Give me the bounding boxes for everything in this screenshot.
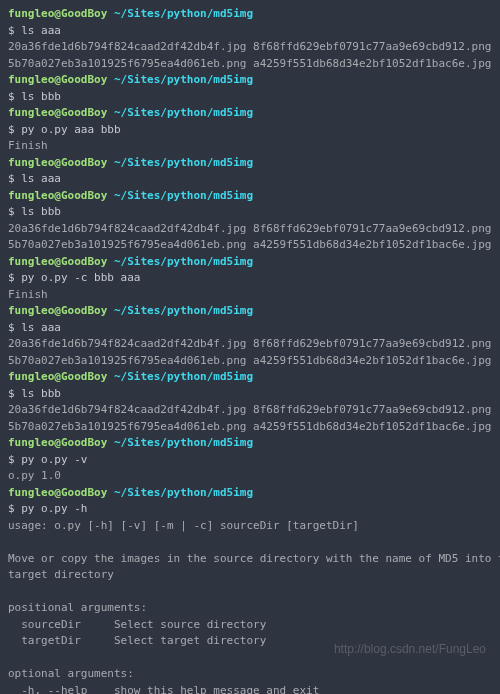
prompt-tilde: ~ bbox=[114, 304, 121, 317]
prompt-symbol: $ bbox=[8, 172, 15, 185]
output-text: -h, --help show this help message and ex… bbox=[8, 684, 319, 695]
prompt-user: fungleo bbox=[8, 7, 54, 20]
prompt-host: GoodBoy bbox=[61, 7, 107, 20]
terminal[interactable]: fungleo@GoodBoy ~/Sites/python/md5img$ l… bbox=[8, 6, 492, 694]
prompt-symbol: $ bbox=[8, 453, 15, 466]
output-text: 5b70a027eb3a101925f6795ea4d061eb.png a42… bbox=[8, 57, 491, 70]
prompt-host: GoodBoy bbox=[61, 304, 107, 317]
prompt-at: @ bbox=[54, 7, 61, 20]
terminal-line: fungleo@GoodBoy ~/Sites/python/md5img bbox=[8, 188, 492, 205]
output-text: Move or copy the images in the source di… bbox=[8, 552, 500, 565]
command-text: py o.py -c bbb aaa bbox=[21, 271, 140, 284]
terminal-line: 20a36fde1d6b794f824caad2df42db4f.jpg 8f6… bbox=[8, 402, 492, 419]
output-text: Finish bbox=[8, 139, 48, 152]
prompt-tilde: ~ bbox=[114, 189, 121, 202]
output-text: 20a36fde1d6b794f824caad2df42db4f.jpg 8f6… bbox=[8, 222, 491, 235]
prompt-host: GoodBoy bbox=[61, 436, 107, 449]
output-text: 20a36fde1d6b794f824caad2df42db4f.jpg 8f6… bbox=[8, 337, 491, 350]
terminal-line: fungleo@GoodBoy ~/Sites/python/md5img bbox=[8, 435, 492, 452]
prompt-host: GoodBoy bbox=[61, 486, 107, 499]
terminal-line: o.py 1.0 bbox=[8, 468, 492, 485]
prompt-tilde: ~ bbox=[114, 370, 121, 383]
terminal-line: fungleo@GoodBoy ~/Sites/python/md5img bbox=[8, 6, 492, 23]
terminal-line bbox=[8, 584, 492, 601]
output-text: target directory bbox=[8, 568, 114, 581]
terminal-line: 5b70a027eb3a101925f6795ea4d061eb.png a42… bbox=[8, 353, 492, 370]
terminal-line: target directory bbox=[8, 567, 492, 584]
prompt-user: fungleo bbox=[8, 370, 54, 383]
output-text: targetDir Select target directory bbox=[8, 634, 266, 647]
command-text: ls bbb bbox=[21, 90, 61, 103]
command-text: ls aaa bbox=[21, 321, 61, 334]
prompt-user: fungleo bbox=[8, 73, 54, 86]
prompt-host: GoodBoy bbox=[61, 189, 107, 202]
prompt-symbol: $ bbox=[8, 90, 15, 103]
terminal-line: 5b70a027eb3a101925f6795ea4d061eb.png a42… bbox=[8, 419, 492, 436]
output-text: 5b70a027eb3a101925f6795ea4d061eb.png a42… bbox=[8, 420, 491, 433]
command-line: $ ls aaa bbox=[8, 320, 492, 337]
command-text: py o.py aaa bbb bbox=[21, 123, 120, 136]
prompt-at: @ bbox=[54, 73, 61, 86]
prompt-at: @ bbox=[54, 156, 61, 169]
terminal-line: Finish bbox=[8, 287, 492, 304]
terminal-line: positional arguments: bbox=[8, 600, 492, 617]
prompt-user: fungleo bbox=[8, 189, 54, 202]
command-text: ls aaa bbox=[21, 172, 61, 185]
terminal-line: sourceDir Select source directory bbox=[8, 617, 492, 634]
prompt-symbol: $ bbox=[8, 24, 15, 37]
terminal-line: 20a36fde1d6b794f824caad2df42db4f.jpg 8f6… bbox=[8, 39, 492, 56]
terminal-line: fungleo@GoodBoy ~/Sites/python/md5img bbox=[8, 303, 492, 320]
prompt-at: @ bbox=[54, 106, 61, 119]
prompt-tilde: ~ bbox=[114, 156, 121, 169]
prompt-path: /Sites/python/md5img bbox=[121, 156, 253, 169]
terminal-line: optional arguments: bbox=[8, 666, 492, 683]
command-line: $ ls aaa bbox=[8, 23, 492, 40]
prompt-user: fungleo bbox=[8, 156, 54, 169]
prompt-path: /Sites/python/md5img bbox=[121, 189, 253, 202]
prompt-user: fungleo bbox=[8, 436, 54, 449]
prompt-tilde: ~ bbox=[114, 106, 121, 119]
prompt-path: /Sites/python/md5img bbox=[121, 255, 253, 268]
prompt-tilde: ~ bbox=[114, 73, 121, 86]
terminal-line: usage: o.py [-h] [-v] [-m | -c] sourceDi… bbox=[8, 518, 492, 535]
command-line: $ py o.py -c bbb aaa bbox=[8, 270, 492, 287]
terminal-line: fungleo@GoodBoy ~/Sites/python/md5img bbox=[8, 72, 492, 89]
prompt-tilde: ~ bbox=[114, 436, 121, 449]
prompt-symbol: $ bbox=[8, 123, 15, 136]
prompt-symbol: $ bbox=[8, 321, 15, 334]
output-text: 20a36fde1d6b794f824caad2df42db4f.jpg 8f6… bbox=[8, 403, 491, 416]
prompt-host: GoodBoy bbox=[61, 106, 107, 119]
prompt-user: fungleo bbox=[8, 304, 54, 317]
prompt-symbol: $ bbox=[8, 502, 15, 515]
terminal-line: fungleo@GoodBoy ~/Sites/python/md5img bbox=[8, 369, 492, 386]
terminal-line: Finish bbox=[8, 138, 492, 155]
watermark: http://blog.csdn.net/FungLeo bbox=[334, 640, 486, 658]
output-text: usage: o.py [-h] [-v] [-m | -c] sourceDi… bbox=[8, 519, 359, 532]
terminal-line: 20a36fde1d6b794f824caad2df42db4f.jpg 8f6… bbox=[8, 336, 492, 353]
terminal-line: 5b70a027eb3a101925f6795ea4d061eb.png a42… bbox=[8, 237, 492, 254]
prompt-at: @ bbox=[54, 189, 61, 202]
prompt-path: /Sites/python/md5img bbox=[121, 304, 253, 317]
output-text: positional arguments: bbox=[8, 601, 147, 614]
output-text: 5b70a027eb3a101925f6795ea4d061eb.png a42… bbox=[8, 354, 491, 367]
output-text: Finish bbox=[8, 288, 48, 301]
command-line: $ ls aaa bbox=[8, 171, 492, 188]
output-text: optional arguments: bbox=[8, 667, 134, 680]
prompt-path: /Sites/python/md5img bbox=[121, 370, 253, 383]
output-text: 5b70a027eb3a101925f6795ea4d061eb.png a42… bbox=[8, 238, 491, 251]
prompt-symbol: $ bbox=[8, 387, 15, 400]
command-line: $ ls bbb bbox=[8, 386, 492, 403]
command-text: py o.py -v bbox=[21, 453, 87, 466]
terminal-line bbox=[8, 534, 492, 551]
command-text: ls aaa bbox=[21, 24, 61, 37]
terminal-line: 5b70a027eb3a101925f6795ea4d061eb.png a42… bbox=[8, 56, 492, 73]
prompt-symbol: $ bbox=[8, 205, 15, 218]
prompt-tilde: ~ bbox=[114, 486, 121, 499]
command-text: py o.py -h bbox=[21, 502, 87, 515]
prompt-path: /Sites/python/md5img bbox=[121, 106, 253, 119]
command-line: $ py o.py -h bbox=[8, 501, 492, 518]
prompt-path: /Sites/python/md5img bbox=[121, 486, 253, 499]
prompt-at: @ bbox=[54, 370, 61, 383]
terminal-line: Move or copy the images in the source di… bbox=[8, 551, 492, 568]
command-line: $ py o.py -v bbox=[8, 452, 492, 469]
